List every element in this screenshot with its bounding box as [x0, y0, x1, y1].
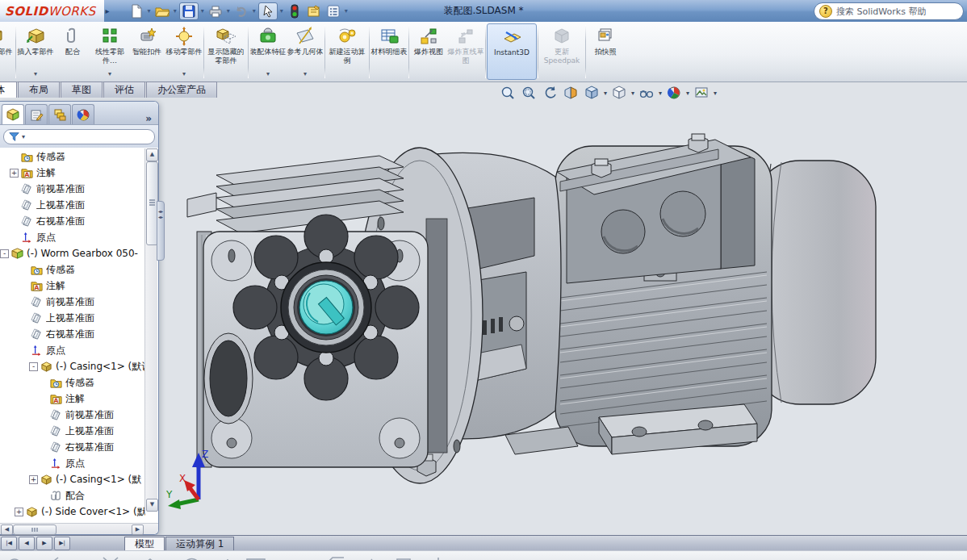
tree-item-casing-nested[interactable]: +(-) Casing<1> (默	[0, 471, 145, 487]
dropdown-caret-icon[interactable]: ▾	[280, 7, 283, 15]
tree-item-sensors[interactable]: 传感器	[0, 374, 145, 391]
tab-assembly[interactable]: 装配体	[0, 81, 17, 98]
options-list-icon[interactable]	[324, 3, 342, 19]
tree-item-side-cover[interactable]: +(-) Side Cover<1> (默	[0, 504, 145, 520]
tree-item-mates[interactable]: 配合	[0, 487, 145, 504]
view-orientation-icon[interactable]	[583, 85, 601, 101]
zoom-to-area-icon[interactable]	[520, 85, 538, 101]
ribbon-button-linear-component-pattern[interactable]: 线性零部件… ▾	[91, 23, 128, 80]
scroll-right-arrow-icon[interactable]: ▶	[132, 524, 144, 535]
tree-filter-input[interactable]: ▾	[3, 129, 155, 144]
ribbon-button-exploded-view[interactable]: 爆炸视图	[410, 23, 447, 80]
dropdown-caret-icon[interactable]: ▾	[604, 90, 607, 97]
last-tab-button[interactable]: ▶|	[54, 537, 70, 550]
expander-icon[interactable]: -	[29, 362, 38, 371]
search-box[interactable]: ? 搜索 SolidWorks 帮助	[814, 2, 964, 20]
rebuild-traffic-light-icon[interactable]	[286, 3, 303, 19]
ribbon-button-move-component[interactable]: 移动零部件 ▾	[165, 23, 203, 80]
panel-splitter-handle[interactable]: ◂▸◂▸	[157, 201, 165, 261]
tab-model[interactable]: 模型	[124, 537, 165, 551]
tree-item-casing-1[interactable]: -(-) Casing<1> (默认	[0, 358, 145, 374]
dropdown-caret-icon[interactable]: ▾	[631, 90, 634, 97]
expander-icon[interactable]: +	[15, 508, 23, 516]
tree-vertical-scrollbar[interactable]: ▲ ▼	[144, 148, 157, 512]
tree-item-right-plane[interactable]: 右视基准面	[0, 439, 145, 455]
dropdown-caret-icon[interactable]: ▾	[345, 7, 348, 15]
first-tab-button[interactable]: |◀	[1, 537, 17, 550]
ribbon-button-smart-fasteners[interactable]: 智能扣件	[128, 23, 165, 80]
dropdown-caret-icon[interactable]: ▾	[714, 90, 717, 97]
dropdown-caret-icon[interactable]: ▾	[266, 71, 270, 80]
ribbon-button-bill-of-materials[interactable]: 材料明细表	[370, 23, 408, 80]
dropdown-caret-icon[interactable]: ▾	[182, 71, 186, 80]
tree-item-annotations[interactable]: A注解	[0, 278, 145, 294]
tree-item-origin[interactable]: 原点	[0, 455, 145, 471]
tree-item-right-plane[interactable]: 右视基准面	[0, 213, 145, 229]
dropdown-caret-icon[interactable]: ▾	[174, 7, 177, 15]
tab-evaluate[interactable]: 评估	[103, 81, 145, 98]
tree-item-annotations[interactable]: +A注解	[0, 165, 145, 181]
dropdown-caret-icon[interactable]: ▾	[659, 90, 662, 97]
ribbon-button-show-hidden-components[interactable]: 显示隐藏的零部件	[205, 23, 247, 80]
dropdown-caret-icon[interactable]: ▾	[303, 71, 307, 80]
print-icon[interactable]	[207, 3, 224, 19]
ribbon-button-instant3d[interactable]: Instant3D	[487, 23, 537, 80]
tab-office-products[interactable]: 办公室产品	[146, 81, 217, 98]
dropdown-caret-icon[interactable]: ▾	[201, 7, 204, 15]
solidworks-logo[interactable]: SOLIDWORKS	[0, 0, 104, 22]
tree-item-top-plane[interactable]: 上视基准面	[0, 423, 145, 439]
tab-sketch[interactable]: 草图	[61, 81, 103, 98]
tree-item-origin[interactable]: 原点	[0, 342, 145, 358]
search-input[interactable]: 搜索 SolidWorks 帮助	[836, 6, 926, 18]
tree-item-top-plane[interactable]: 上视基准面	[0, 310, 145, 326]
previous-tab-button[interactable]: ◀	[19, 537, 35, 550]
dropdown-caret-icon[interactable]: ▾	[22, 133, 25, 140]
scroll-left-arrow-icon[interactable]: ◀	[1, 524, 13, 535]
tree-item-right-plane[interactable]: 右视基准面	[0, 326, 145, 342]
scroll-up-arrow-icon[interactable]: ▲	[146, 148, 158, 161]
tree-item-front-plane[interactable]: 前视基准面	[0, 294, 145, 310]
new-document-icon[interactable]	[128, 3, 145, 19]
undo-icon[interactable]	[232, 3, 250, 19]
next-tab-button[interactable]: ▶	[36, 537, 52, 550]
tree-item-sensors[interactable]: 传感器	[0, 148, 145, 165]
open-icon[interactable]	[153, 3, 171, 19]
scrollbar-thumb[interactable]	[13, 524, 57, 535]
tree-item-top-plane[interactable]: 上视基准面	[0, 197, 145, 213]
tab-motion-study-1[interactable]: 运动算例 1	[165, 537, 234, 551]
ribbon-button-take-snapshot[interactable]: 拍快照	[587, 23, 624, 80]
dropdown-caret-icon[interactable]: ▾	[253, 7, 256, 15]
tree-item-sensors[interactable]: 传感器	[0, 261, 145, 278]
apply-scene-icon[interactable]	[693, 85, 710, 101]
configurationmanager-icon[interactable]	[48, 104, 71, 124]
tab-layout[interactable]: 布局	[18, 81, 60, 98]
save-icon[interactable]	[179, 2, 199, 20]
edit-appearance-icon[interactable]	[665, 85, 683, 101]
dropdown-caret-icon[interactable]: ▾	[686, 90, 689, 97]
ribbon-button-assembly-features[interactable]: 装配体特征 ▾	[249, 23, 287, 80]
expander-icon[interactable]: -	[0, 249, 9, 258]
tree-item-front-plane[interactable]: 前视基准面	[0, 181, 145, 197]
file-properties-icon[interactable]	[305, 3, 323, 19]
ribbon-button-reference-geometry[interactable]: 参考几何体 ▾	[287, 23, 324, 80]
hide-show-items-icon[interactable]	[638, 85, 655, 101]
ribbon-button-new-motion-study[interactable]: 新建运动算例	[326, 23, 368, 80]
scroll-down-arrow-icon[interactable]: ▼	[146, 499, 158, 512]
graphics-area[interactable]: 装配体 布局 草图 评估 办公室产品 ▾ ▾ ▾ ▾ ▾	[0, 81, 967, 535]
section-view-icon[interactable]	[562, 85, 580, 101]
zoom-to-fit-icon[interactable]	[499, 85, 517, 101]
display-style-icon[interactable]	[610, 85, 628, 101]
panel-expand-chevron-icon[interactable]: »	[145, 113, 152, 124]
dropdown-caret-icon[interactable]: ▾	[108, 71, 111, 80]
tree-item-worm-gearbox[interactable]: -(-) Worm Gearbox 050-	[0, 245, 145, 261]
tree-item-origin[interactable]: 原点	[0, 229, 145, 245]
previous-view-icon[interactable]	[541, 85, 559, 101]
tree-item-front-plane[interactable]: 前视基准面	[0, 407, 145, 423]
ribbon-button-insert-component[interactable]: 插入零部件 ▾	[17, 23, 54, 80]
menu-expand-caret-icon[interactable]: ▸	[106, 6, 110, 15]
dropdown-caret-icon[interactable]: ▾	[227, 7, 230, 15]
tree-item-annotations[interactable]: A注解	[0, 391, 145, 407]
ribbon-button-mate[interactable]: 配合	[54, 23, 91, 80]
ribbon-button-edit-component-clipped[interactable]: 编辑零部件	[0, 22, 15, 81]
select-cursor-icon[interactable]	[258, 2, 278, 20]
